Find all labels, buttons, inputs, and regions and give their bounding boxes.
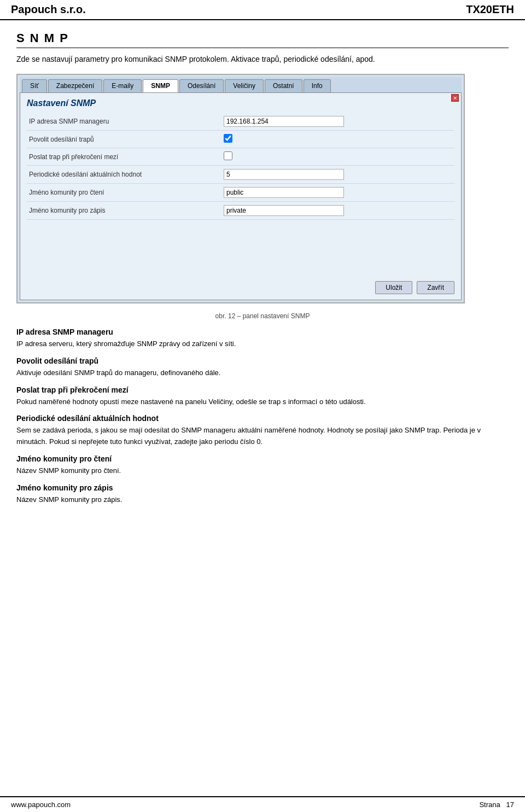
tab-e-maily[interactable]: E-maily (103, 79, 142, 92)
tab-veličiny[interactable]: Veličiny (225, 79, 264, 92)
field-label-0: IP adresa SNMP manageru (27, 118, 224, 125)
doc-text-4: Název SNMP komunity pro čtení. (16, 465, 509, 477)
close-button[interactable]: Zavřít (417, 281, 454, 294)
form-row-0: IP adresa SNMP manageru (27, 116, 454, 131)
doc-section-0: IP adresa SNMP manageruIP adresa serveru… (16, 328, 509, 350)
doc-heading-5: Jméno komunity pro zápis (16, 483, 509, 492)
doc-section-2: Poslat trap při překročení mezíPokud nam… (16, 385, 509, 408)
form-row-2: Poslat trap při překročení mezí (27, 151, 454, 166)
field-value-2 (224, 151, 454, 162)
doc-section-4: Jméno komunity pro čteníNázev SNMP komun… (16, 454, 509, 477)
field-value-5 (224, 205, 454, 216)
doc-section-1: Povolit odesílání trapůAktivuje odesílán… (16, 357, 509, 379)
panel-close-button[interactable]: ✕ (451, 94, 459, 102)
doc-text-3: Sem se zadává perioda, s jakou se mají o… (16, 425, 509, 448)
field-label-5: Jméno komunity pro zápis (27, 207, 224, 214)
product-name: TX20ETH (466, 3, 514, 16)
footer-page: Strana 17 (479, 801, 514, 809)
field-label-4: Jméno komunity pro čtení (27, 189, 224, 196)
doc-heading-1: Povolit odesílání trapů (16, 357, 509, 365)
field-value-0 (224, 116, 454, 127)
tab-snmp[interactable]: SNMP (143, 79, 178, 92)
form-row-5: Jméno komunity pro zápis (27, 205, 454, 220)
field-input-0[interactable] (224, 116, 344, 127)
form-row-1: Povolit odesílání trapů (27, 134, 454, 148)
field-value-4 (224, 187, 454, 198)
page-header: Papouch s.r.o. TX20ETH (0, 0, 525, 20)
field-label-1: Povolit odesílání trapů (27, 136, 224, 143)
panel-content: ✕ Nastavení SNMP IP adresa SNMP manageru… (20, 92, 462, 300)
main-content: S N M P Zde se nastavují parametry pro k… (0, 20, 525, 523)
doc-section-5: Jméno komunity pro zápisNázev SNMP komun… (16, 483, 509, 506)
doc-heading-4: Jméno komunity pro čtení (16, 454, 509, 463)
field-checkbox-1[interactable] (224, 134, 232, 143)
doc-heading-2: Poslat trap při překročení mezí (16, 385, 509, 394)
footer-website: www.papouch.com (11, 801, 71, 809)
panel-title: Nastavení SNMP (27, 98, 454, 108)
save-button[interactable]: Uložit (375, 281, 412, 294)
doc-text-2: Pokud naměřené hodnoty opustí meze nasta… (16, 396, 509, 408)
snmp-ui-panel: SíťZabezpečeníE-mailySNMPOdesíláníVeliči… (16, 74, 465, 303)
doc-text-5: Název SNMP komunity pro zápis. (16, 494, 509, 506)
company-name: Papouch s.r.o. (11, 3, 86, 16)
tab-odesílání[interactable]: Odesílání (179, 79, 224, 92)
field-label-2: Poslat trap při překročení mezí (27, 153, 224, 161)
tab-síť[interactable]: Síť (22, 79, 47, 92)
field-value-3 (224, 169, 454, 180)
doc-heading-3: Periodické odesílání aktuálních hodnot (16, 414, 509, 423)
form-row-4: Jméno komunity pro čtení (27, 187, 454, 202)
section-heading: S N M P (16, 31, 509, 48)
doc-text-0: IP adresa serveru, který shromažďuje SNM… (16, 338, 509, 350)
figure-caption: obr. 12 – panel nastavení SNMP (16, 312, 509, 320)
tab-bar: SíťZabezpečeníE-mailySNMPOdesíláníVeliči… (20, 77, 462, 92)
form-fields: IP adresa SNMP manageruPovolit odesílání… (27, 116, 454, 220)
field-input-3[interactable] (224, 169, 344, 180)
doc-sections: IP adresa SNMP manageruIP adresa serveru… (16, 328, 509, 506)
field-checkbox-2[interactable] (224, 151, 232, 160)
form-row-3: Periodické odesílání aktuálních hodnot (27, 169, 454, 184)
field-value-1 (224, 134, 454, 144)
field-input-4[interactable] (224, 187, 344, 198)
tab-ostatní[interactable]: Ostatní (265, 79, 302, 92)
panel-buttons: Uložit Zavřít (375, 281, 454, 294)
tab-zabezpečení[interactable]: Zabezpečení (48, 79, 102, 92)
intro-text: Zde se nastavují parametry pro komunikac… (16, 54, 509, 65)
field-label-3: Periodické odesílání aktuálních hodnot (27, 171, 224, 178)
tab-info[interactable]: Info (304, 79, 331, 92)
field-input-5[interactable] (224, 205, 344, 216)
page-footer: www.papouch.com Strana 17 (0, 796, 525, 812)
doc-heading-0: IP adresa SNMP manageru (16, 328, 509, 336)
doc-section-3: Periodické odesílání aktuálních hodnotSe… (16, 414, 509, 448)
doc-text-1: Aktivuje odesílání SNMP trapů do manager… (16, 367, 509, 379)
